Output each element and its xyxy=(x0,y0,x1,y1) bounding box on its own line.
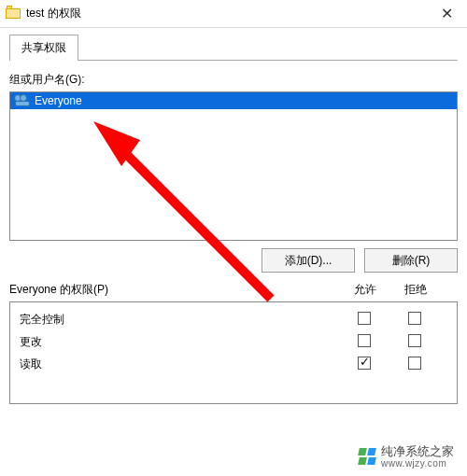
groups-users-label: 组或用户名(G): xyxy=(9,72,458,88)
folder-icon xyxy=(6,7,21,20)
allow-checkbox-change[interactable] xyxy=(358,334,371,347)
perm-row-change: 更改 xyxy=(20,330,440,353)
titlebar: test 的权限 ✕ xyxy=(0,0,467,28)
allow-checkbox-full-control[interactable] xyxy=(358,312,371,325)
group-icon xyxy=(14,94,31,107)
deny-checkbox-read[interactable] xyxy=(408,357,421,370)
deny-checkbox-change[interactable] xyxy=(408,334,421,347)
perm-name: 完全控制 xyxy=(20,312,339,328)
principal-name: Everyone xyxy=(35,94,82,107)
principals-listbox[interactable]: Everyone xyxy=(9,91,458,241)
add-button[interactable]: 添加(D)... xyxy=(262,248,355,273)
perm-row-full-control: 完全控制 xyxy=(20,308,440,330)
tab-strip: 共享权限 xyxy=(9,34,458,61)
deny-checkbox-full-control[interactable] xyxy=(408,312,421,325)
watermark-url: www.wjzy.com xyxy=(381,458,454,469)
perm-name: 读取 xyxy=(20,357,339,372)
permissions-for-label: Everyone 的权限(P) xyxy=(9,282,340,298)
allow-checkbox-read[interactable] xyxy=(358,357,371,370)
permissions-list: 完全控制 更改 读取 xyxy=(9,301,458,404)
allow-column-header: 允许 xyxy=(340,282,390,298)
principal-row-everyone[interactable]: Everyone xyxy=(10,92,457,109)
deny-column-header: 拒绝 xyxy=(390,282,441,298)
tab-share-permissions[interactable]: 共享权限 xyxy=(9,35,78,61)
perm-name: 更改 xyxy=(20,334,339,350)
watermark-logo-icon xyxy=(359,448,375,465)
watermark: 纯净系统之家 www.wjzy.com xyxy=(359,443,454,469)
window-title: test 的权限 xyxy=(26,6,426,21)
close-button[interactable]: ✕ xyxy=(426,0,467,28)
perm-row-read: 读取 xyxy=(20,353,440,375)
remove-button[interactable]: 删除(R) xyxy=(364,248,458,273)
watermark-text: 纯净系统之家 xyxy=(381,444,454,458)
